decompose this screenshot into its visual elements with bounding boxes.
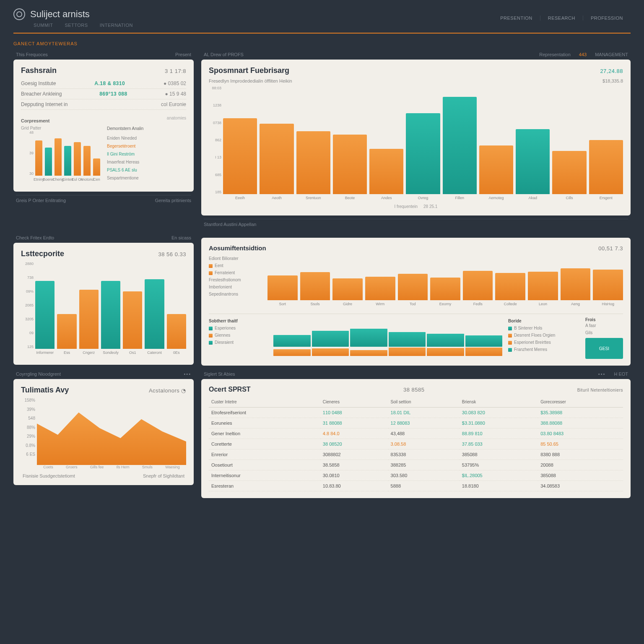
th[interactable]: Custer Intetre <box>209 397 320 408</box>
table-row[interactable]: Etrofesreifseriont110 048818.01 DIL30.08… <box>209 408 623 418</box>
chart-aosum: Sort Ssols Gidre Wirm Tod Eeorny Fedls C… <box>266 255 623 309</box>
table-row[interactable]: Esresteran10.83.80588818.818034.08583 <box>209 481 623 491</box>
subnav-item[interactable]: INTERNATION <box>100 23 133 28</box>
bar-label: Coyrrgling Nioodgrent <box>16 371 61 377</box>
legend-header: Demontstern Analin <box>107 125 186 132</box>
card-value: 38 56 0.33 <box>158 251 186 257</box>
kv-key: Breacher Ankleing <box>21 91 62 97</box>
card-sub: Acstalonors ◔ <box>149 387 186 394</box>
table-row[interactable]: Oosetiourt38.585838828553795%20088 <box>209 460 623 470</box>
th[interactable]: Soil settion <box>388 397 460 408</box>
kv-key: Depputing Internet in <box>21 101 68 107</box>
kv-val: 869°13 088 <box>99 91 127 97</box>
subnav-item[interactable]: SETTORS <box>65 23 88 28</box>
bar-label: This Frequoces <box>16 52 48 57</box>
th[interactable]: Briensk <box>460 397 538 408</box>
more-icon[interactable]: ••• <box>598 371 606 377</box>
card-value: 00,51 7.3 <box>598 245 623 252</box>
card-value: 3 1 17:8 <box>165 68 186 74</box>
section-tag: GANECT AMOYTEWERAS <box>13 41 631 46</box>
card-aosum: Aosumiftentsidtion00,51 7.3 Ediont Bilio… <box>201 238 631 366</box>
table-row[interactable]: Interneitisonur30.0810303.580$IL.2800538… <box>209 470 623 481</box>
bar-label: AL Drew of PROFS <box>204 52 244 57</box>
card-lsttecporite: Lsttecporite38 56 0.33 288073809%2085320… <box>13 243 194 365</box>
card-ocert: Ocert SPRST38 8585Bituril Netenteltionie… <box>201 379 631 498</box>
th[interactable]: Cieneres <box>320 397 388 408</box>
card-title: Sposmnart Fuebrisarg <box>209 66 289 75</box>
th[interactable]: Gorecoresser <box>538 397 623 408</box>
card-tulimatis: Tulimatis AvyAcstalonors ◔ 158%39%54888%… <box>13 379 194 485</box>
gesi-button[interactable]: GESI <box>594 344 614 353</box>
kv-val: A.18 & 8310 <box>94 80 125 86</box>
data-table: Custer Intetre Cieneres Soil settion Bri… <box>209 397 623 491</box>
kv-key: Goesig Institute <box>21 80 56 86</box>
chart-lsttecporite: 288073809%2085320509125 Informerer Ess C… <box>21 262 186 358</box>
table-row[interactable]: Gener Ineltion4.8 84.043,48888.89 81003.… <box>209 428 623 439</box>
sub-header: Corpresment <box>21 118 100 123</box>
card-fashsrain: Fashsrain3 1 17:8 Goesig InstituteA.18 &… <box>13 60 194 192</box>
kv-meta: ● 0385 02 <box>164 80 186 86</box>
app-title: Suliject arnists <box>30 9 90 20</box>
card-title: Ocert SPRST <box>209 386 251 393</box>
area-chart: 158%39%54888%29%0.8%6 ES <box>21 398 186 465</box>
sub-nav: SUMMIT SETTORS INTERNATION <box>34 23 133 28</box>
foot-label: Stantford Austini Appellan <box>204 222 256 227</box>
card-title: Lsttecporite <box>21 249 64 258</box>
mini-chart <box>273 317 502 347</box>
subnav-item[interactable]: SUMMIT <box>34 23 53 28</box>
bar-label: Check Fritex Erdto <box>16 235 54 240</box>
sub-header: Frois <box>585 317 623 322</box>
bar-label: Present <box>175 52 191 57</box>
nav-link[interactable]: RESEARCH <box>540 16 583 21</box>
table-row[interactable]: Eoruneies31 8808812 88083$3.31.0880388.8… <box>209 418 623 428</box>
foot-label: Snepfr of Sighildtant <box>143 473 184 478</box>
mini-chart-2 <box>273 348 502 356</box>
nav-link[interactable]: PROFESSION <box>583 16 631 21</box>
kv-meta: col Euronie <box>161 101 186 107</box>
foot-label: Gereita pritinients <box>155 198 191 203</box>
chart-fashsrain: 483930 Etniny Boerer Cherig Gintes Eul O… <box>21 130 100 185</box>
sub-note: Grid Patter <box>21 126 100 130</box>
table-row[interactable]: Enrerior30888028353383850888380 888 <box>209 449 623 460</box>
card-title: Aosumiftentsidtion <box>209 244 266 252</box>
more-icon[interactable]: ••• <box>184 371 191 377</box>
card-sposmnart: Sposmnart Fuebrisarg27,24.88 Fresedlyn I… <box>201 60 631 216</box>
chart-sposmnart: 88:0312380738862I 13685185 Eeeih Aeoth S… <box>209 86 623 203</box>
top-nav: PRESENTION RESEARCH PROFESSION <box>493 16 631 21</box>
logo-icon <box>13 8 25 20</box>
bar-label: Siglert St Abies <box>204 371 235 377</box>
sub-header: Sobtherr thaitf <box>209 317 267 325</box>
card-value: 27,24.88 <box>600 68 623 74</box>
foot-label: Greis P Onter Enlitrating <box>16 198 66 203</box>
sub-header: Boride <box>508 317 579 325</box>
foot-label: Fisnisie Susdgectstetiomt <box>23 473 75 478</box>
card-title: Tulimatis Avy <box>21 386 69 395</box>
nav-link[interactable]: PRESENTION <box>493 16 540 21</box>
card-title: Fashsrain <box>21 66 57 75</box>
bar-label: En sicass <box>171 235 191 240</box>
table-row[interactable]: Coretterte38 085203.08.5837.85 03385 50.… <box>209 439 623 449</box>
kv-meta: ● 15 9 48 <box>165 91 186 97</box>
